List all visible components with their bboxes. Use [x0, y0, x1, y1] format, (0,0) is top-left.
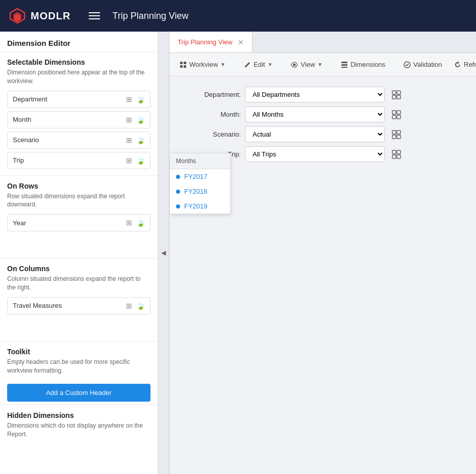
dim-icons-department: ⊞ 🍃: [126, 95, 145, 103]
filters-grid: Department: All Departments Month: All M…: [180, 87, 404, 162]
dimensions-button[interactable]: Dimensions: [336, 58, 390, 71]
add-custom-header-button[interactable]: Add a Custom Header: [7, 384, 151, 402]
svg-rect-18: [392, 115, 396, 119]
svg-rect-17: [397, 111, 400, 114]
edit-chevron-icon: ▼: [267, 62, 272, 67]
svg-rect-22: [392, 135, 396, 139]
expand-icon-department[interactable]: ⊞: [126, 95, 132, 103]
department-expand-icon[interactable]: [389, 90, 404, 99]
on-columns-title: On Columns: [7, 265, 151, 273]
scenario-expand-icon[interactable]: [389, 130, 404, 139]
right-content: Trip Planning View ✕ Workview ▼: [169, 32, 476, 474]
leaf-icon-month[interactable]: 🍃: [136, 116, 145, 124]
svg-rect-23: [397, 135, 400, 139]
department-filter-label: Department:: [180, 91, 241, 98]
main-layout: Dimension Editor Selectable Dimensions D…: [0, 32, 476, 474]
fy2018-dot: [176, 190, 180, 194]
leaf-icon-travel-measures[interactable]: 🍃: [136, 302, 145, 310]
expand-icon-travel-measures[interactable]: ⊞: [126, 302, 132, 310]
svg-rect-25: [397, 150, 400, 154]
expand-icon-scenario[interactable]: ⊞: [126, 136, 132, 144]
scenario-filter-label: Scenario:: [180, 130, 241, 138]
workview-chevron-icon: ▼: [220, 62, 226, 67]
dim-label-trip: Trip: [13, 156, 24, 164]
toolbar-right: Refresh: [449, 58, 476, 71]
svg-rect-21: [397, 130, 400, 134]
hamburger-menu[interactable]: [89, 12, 100, 19]
year-dropdown-header: Months: [170, 153, 230, 169]
svg-rect-13: [397, 91, 400, 94]
workview-content: Department: All Departments Month: All M…: [169, 76, 476, 474]
dim-item-year[interactable]: Year ⊞ 🍃: [7, 214, 151, 231]
dim-label-month: Month: [13, 116, 31, 123]
expand-icon-trip[interactable]: ⊞: [126, 156, 132, 165]
svg-rect-8: [341, 62, 347, 63]
year-dropdown-item-fy2019[interactable]: FY2019: [170, 199, 230, 214]
scenario-filter-select[interactable]: Actual: [245, 126, 385, 142]
hidden-title: Hidden Dimensions: [7, 411, 151, 419]
app-header: MODLR Trip Planning View: [0, 0, 476, 32]
leaf-icon-year[interactable]: 🍃: [136, 219, 145, 227]
tab-label: Trip Planning View: [178, 38, 233, 46]
svg-rect-20: [392, 130, 396, 134]
view-button[interactable]: View ▼: [286, 58, 328, 71]
svg-rect-9: [341, 64, 347, 66]
tab-bar: Trip Planning View ✕: [169, 32, 476, 53]
svg-rect-27: [397, 155, 400, 159]
refresh-icon: [454, 61, 461, 68]
fy2019-dot: [176, 204, 180, 208]
sidebar: Dimension Editor Selectable Dimensions D…: [0, 32, 158, 474]
toolkit-desc: Empty headers can be used for more speci…: [7, 358, 151, 375]
dim-label-travel-measures: Travel Measures: [13, 302, 62, 309]
refresh-button[interactable]: Refresh: [449, 58, 476, 71]
svg-rect-3: [180, 62, 183, 64]
refresh-label: Refresh: [464, 61, 476, 68]
validation-button[interactable]: Validation: [398, 58, 447, 71]
dim-item-scenario[interactable]: Scenario ⊞ 🍃: [7, 131, 151, 149]
leaf-icon-department[interactable]: 🍃: [136, 95, 145, 103]
tab-close-button[interactable]: ✕: [238, 38, 244, 46]
sidebar-collapse-button[interactable]: ◀: [158, 32, 169, 474]
dimensions-label: Dimensions: [350, 61, 385, 68]
validation-label: Validation: [413, 61, 442, 68]
header-title: Trip Planning View: [112, 11, 188, 21]
leaf-icon-trip[interactable]: 🍃: [136, 156, 145, 165]
logo-icon: [8, 7, 27, 25]
expand-icon-year[interactable]: ⊞: [126, 219, 132, 227]
month-filter-select[interactable]: All Months: [245, 107, 385, 122]
toolbar: Workview ▼ Edit ▼ View ▼: [169, 53, 476, 76]
trip-expand-icon[interactable]: [389, 150, 404, 159]
dim-icons-trip: ⊞ 🍃: [126, 156, 145, 165]
toolkit-section: Toolkit Empty headers can be used for mo…: [0, 341, 158, 405]
month-expand-icon[interactable]: [389, 110, 404, 119]
tab-trip-planning[interactable]: Trip Planning View ✕: [169, 32, 253, 52]
dimensions-icon: [341, 61, 348, 68]
dim-item-travel-measures[interactable]: Travel Measures ⊞ 🍃: [7, 297, 151, 314]
dim-item-department[interactable]: Department ⊞ 🍃: [7, 91, 151, 108]
logo-area: MODLR: [8, 7, 70, 25]
fy2018-label: FY2018: [184, 188, 208, 195]
edit-button[interactable]: Edit ▼: [239, 58, 278, 71]
dim-item-month[interactable]: Month ⊞ 🍃: [7, 111, 151, 128]
workview-icon: [180, 61, 187, 68]
leaf-icon-scenario[interactable]: 🍃: [136, 136, 145, 144]
workview-button[interactable]: Workview ▼: [174, 58, 231, 71]
svg-rect-15: [397, 95, 400, 99]
on-rows-section: On Rows Row situated dimensions expand t…: [0, 175, 158, 238]
dim-icons-scenario: ⊞ 🍃: [126, 136, 145, 144]
dim-icons-month: ⊞ 🍃: [126, 116, 145, 124]
dim-item-trip[interactable]: Trip ⊞ 🍃: [7, 152, 151, 169]
year-dropdown-item-fy2018[interactable]: FY2018: [170, 184, 230, 199]
expand-icon-month[interactable]: ⊞: [126, 116, 132, 124]
department-filter-select[interactable]: All Departments: [245, 87, 385, 102]
collapse-arrow-icon: ◀: [161, 249, 166, 256]
year-dropdown-item-fy2017[interactable]: FY2017: [170, 169, 230, 184]
selectable-desc: Dimension positioned here appear at the …: [7, 68, 151, 86]
svg-rect-6: [184, 65, 186, 68]
trip-filter-select[interactable]: All Trips: [245, 146, 385, 162]
view-label: View: [300, 61, 315, 68]
view-chevron-icon: ▼: [317, 62, 322, 67]
edit-icon: [244, 61, 251, 68]
validation-icon: [404, 61, 411, 68]
svg-rect-16: [392, 111, 396, 114]
